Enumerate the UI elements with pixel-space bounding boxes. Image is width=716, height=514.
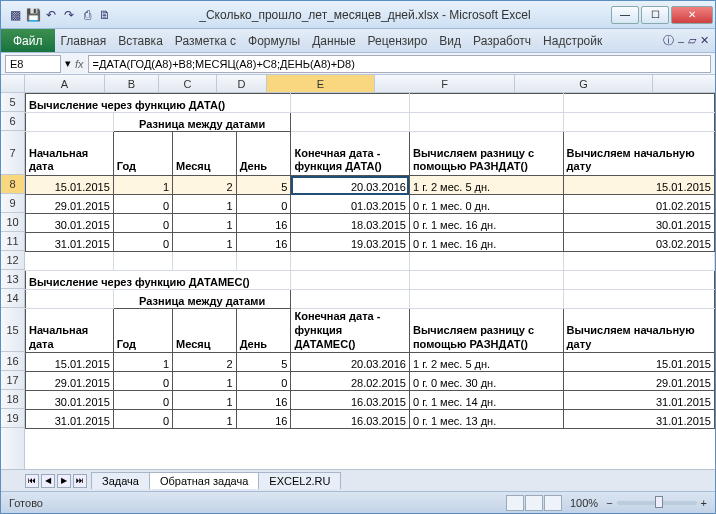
cell[interactable]: 0 г. 1 мес. 16 дн.	[409, 214, 563, 233]
cell[interactable]: 1	[173, 372, 237, 391]
row-header[interactable]: 9	[1, 194, 24, 213]
cell[interactable]: 1 г. 2 мес. 5 дн.	[409, 353, 563, 372]
cell[interactable]: 20.03.2016	[291, 353, 409, 372]
undo-icon[interactable]: ↶	[43, 7, 59, 23]
cell[interactable]: 19.03.2015	[291, 233, 409, 252]
cell[interactable]: 0 г. 1 мес. 16 дн.	[409, 233, 563, 252]
cell[interactable]: 0	[113, 233, 172, 252]
restore-workbook-icon[interactable]: ▱	[688, 34, 696, 47]
cell[interactable]: 0 г. 1 мес. 14 дн.	[409, 391, 563, 410]
cell[interactable]: 01.03.2015	[291, 195, 409, 214]
cell[interactable]: 30.01.2015	[563, 214, 714, 233]
cell[interactable]: 0	[113, 391, 172, 410]
col-header-A[interactable]: A	[25, 75, 105, 92]
zoom-slider[interactable]	[617, 501, 697, 505]
cell[interactable]: 16	[236, 214, 291, 233]
row-header[interactable]: 16	[1, 352, 24, 371]
cell[interactable]: 15.01.2015	[563, 353, 714, 372]
cell[interactable]: 31.01.2015	[563, 410, 714, 429]
cell[interactable]: 2	[173, 176, 237, 195]
zoom-out-button[interactable]: −	[606, 497, 612, 509]
cell[interactable]: 2	[173, 353, 237, 372]
cell[interactable]: 29.01.2015	[26, 372, 114, 391]
cell[interactable]: 0	[236, 372, 291, 391]
cell[interactable]: 16.03.2015	[291, 391, 409, 410]
tab-review[interactable]: Рецензиро	[362, 29, 434, 52]
row-header[interactable]: 13	[1, 270, 24, 289]
hdr-f1[interactable]: Вычисляем разницу с помощью РАЗНДАТ()	[409, 132, 563, 176]
tab-home[interactable]: Главная	[55, 29, 113, 52]
zoom-in-button[interactable]: +	[701, 497, 707, 509]
print-icon[interactable]: ⎙	[79, 7, 95, 23]
cell[interactable]: 16	[236, 410, 291, 429]
save-icon[interactable]: 💾	[25, 7, 41, 23]
cell[interactable]: 1	[173, 195, 237, 214]
hdr-e2[interactable]: Конечная дата - функция ДАТАМЕС()	[291, 309, 409, 353]
cell[interactable]: 16	[236, 391, 291, 410]
cell[interactable]: 1	[113, 176, 172, 195]
row-header[interactable]: 12	[1, 251, 24, 270]
hdr-g1[interactable]: Вычисляем начальную дату	[563, 132, 714, 176]
view-layout-icon[interactable]	[525, 495, 543, 511]
cell[interactable]: 0 г. 1 мес. 13 дн.	[409, 410, 563, 429]
cell[interactable]: 0 г. 0 мес. 30 дн.	[409, 372, 563, 391]
cell[interactable]: 28.02.2015	[291, 372, 409, 391]
col-header-C[interactable]: C	[159, 75, 217, 92]
hdr-a1[interactable]: Начальная дата	[26, 132, 114, 176]
hdr-c1[interactable]: Месяц	[173, 132, 237, 176]
cell[interactable]: 31.01.2015	[563, 391, 714, 410]
hdr-c2[interactable]: Месяц	[173, 309, 237, 353]
tab-prev-icon[interactable]: ◀	[41, 474, 55, 488]
close-workbook-icon[interactable]: ✕	[700, 34, 709, 47]
help-icon[interactable]: –	[678, 35, 684, 47]
cell[interactable]: 1	[113, 353, 172, 372]
hdr-e1[interactable]: Конечная дата - функция ДАТА()	[291, 132, 409, 176]
cell[interactable]: 01.02.2015	[563, 195, 714, 214]
cell[interactable]: 30.01.2015	[26, 214, 114, 233]
cell[interactable]: 1	[173, 391, 237, 410]
sheet-tab[interactable]: EXCEL2.RU	[258, 472, 341, 489]
name-box[interactable]	[5, 55, 61, 73]
row-header[interactable]: 10	[1, 213, 24, 232]
tab-view[interactable]: Вид	[433, 29, 467, 52]
fx-icon[interactable]: fx	[75, 58, 84, 70]
cell[interactable]: 5	[236, 176, 291, 195]
cell[interactable]: 18.03.2015	[291, 214, 409, 233]
tab-first-icon[interactable]: ⏮	[25, 474, 39, 488]
row-header[interactable]: 14	[1, 289, 24, 308]
view-pagebreak-icon[interactable]	[544, 495, 562, 511]
cell[interactable]: 0	[113, 410, 172, 429]
cell[interactable]: 1	[173, 233, 237, 252]
section2-title[interactable]: Вычисление через функцию ДАТАМЕС()	[26, 271, 291, 290]
cell[interactable]: 15.01.2015	[26, 353, 114, 372]
minimize-button[interactable]: —	[611, 6, 639, 24]
cell[interactable]: 5	[236, 353, 291, 372]
cell[interactable]: 31.01.2015	[26, 410, 114, 429]
cell[interactable]: 31.01.2015	[26, 233, 114, 252]
tab-next-icon[interactable]: ▶	[57, 474, 71, 488]
sheet-tab[interactable]: Задача	[91, 472, 150, 489]
cell[interactable]: 29.01.2015	[563, 372, 714, 391]
cell[interactable]: 16	[236, 233, 291, 252]
name-box-dropdown-icon[interactable]: ▾	[65, 57, 71, 70]
cell[interactable]: 0	[113, 372, 172, 391]
active-cell[interactable]: 20.03.2016	[291, 176, 409, 195]
cell[interactable]: 29.01.2015	[26, 195, 114, 214]
row-header[interactable]: 18	[1, 390, 24, 409]
cell[interactable]: 0	[113, 214, 172, 233]
hdr-b1[interactable]: Год	[113, 132, 172, 176]
row-header[interactable]: 8	[1, 175, 24, 194]
tab-developer[interactable]: Разработч	[467, 29, 537, 52]
maximize-button[interactable]: ☐	[641, 6, 669, 24]
cell[interactable]: 15.01.2015	[26, 176, 114, 195]
section1-title[interactable]: Вычисление через функцию ДАТА()	[26, 94, 291, 113]
hdr-f2[interactable]: Вычисляем разницу с помощью РАЗНДАТ()	[409, 309, 563, 353]
close-button[interactable]: ✕	[671, 6, 713, 24]
row-header[interactable]: 17	[1, 371, 24, 390]
cell[interactable]: 0	[113, 195, 172, 214]
row-header[interactable]: 19	[1, 409, 24, 428]
cell[interactable]: 0 г. 1 мес. 0 дн.	[409, 195, 563, 214]
tab-last-icon[interactable]: ⏭	[73, 474, 87, 488]
row-header[interactable]: 15	[1, 308, 24, 352]
hdr-a2[interactable]: Начальная дата	[26, 309, 114, 353]
